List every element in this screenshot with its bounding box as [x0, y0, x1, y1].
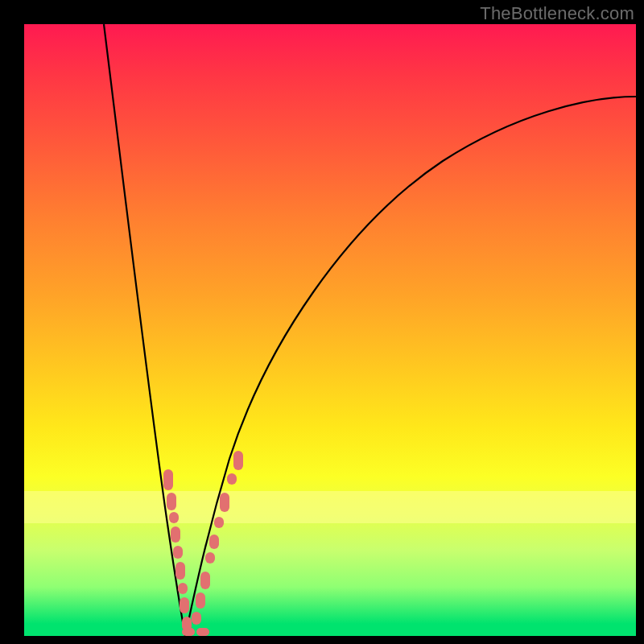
svg-rect-10	[196, 628, 209, 636]
svg-rect-0	[163, 469, 173, 490]
watermark-text: TheBottleneck.com	[480, 3, 634, 24]
svg-rect-14	[205, 552, 215, 564]
curve-left-branch	[104, 24, 185, 636]
salmon-dots-left	[163, 469, 192, 631]
plot-area	[24, 24, 636, 636]
svg-rect-7	[180, 597, 189, 613]
svg-rect-3	[171, 526, 180, 543]
curve-right-branch	[185, 97, 636, 636]
svg-rect-2	[169, 512, 179, 523]
svg-rect-11	[192, 612, 201, 625]
svg-rect-9	[182, 628, 195, 636]
salmon-dots-right	[192, 451, 243, 625]
svg-rect-12	[196, 592, 205, 609]
svg-rect-17	[220, 493, 229, 512]
svg-rect-1	[167, 493, 176, 510]
svg-rect-16	[214, 517, 224, 528]
svg-rect-5	[175, 562, 185, 580]
salmon-dots-bottom	[182, 628, 209, 636]
svg-rect-19	[233, 451, 243, 470]
svg-rect-18	[227, 473, 237, 485]
svg-rect-15	[209, 535, 219, 549]
svg-rect-13	[200, 572, 210, 589]
svg-rect-4	[173, 546, 183, 559]
bottleneck-curve	[24, 24, 636, 636]
svg-rect-6	[178, 583, 188, 594]
chart-frame: TheBottleneck.com	[0, 0, 644, 644]
